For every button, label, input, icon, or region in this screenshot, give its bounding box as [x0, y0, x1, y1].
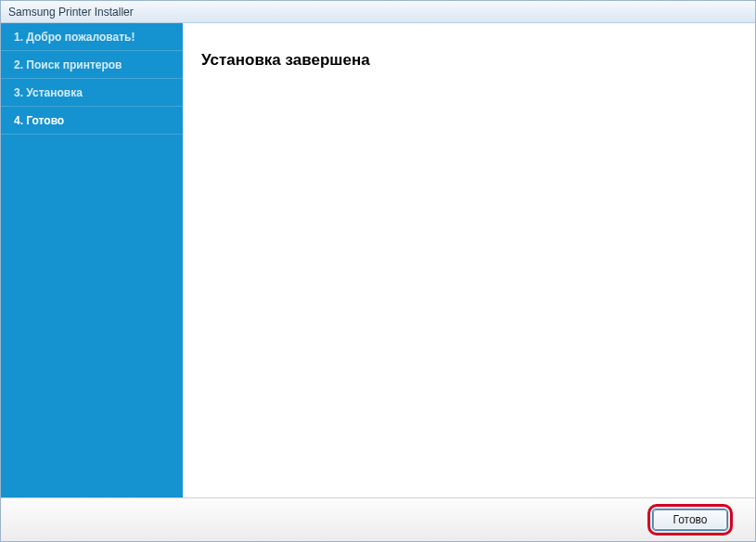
installer-window: Samsung Printer Installer 1. Добро пожал… [0, 0, 756, 542]
titlebar[interactable]: Samsung Printer Installer [1, 1, 755, 23]
sidebar-step-install: 3. Установка [1, 79, 183, 107]
sidebar-step-search-printers: 2. Поиск принтеров [1, 51, 183, 79]
main-panel: Установка завершена [183, 23, 755, 497]
sidebar-item-label: 2. Поиск принтеров [14, 58, 122, 71]
footer-bar: Готово [1, 498, 755, 541]
content-area: 1. Добро пожаловать! 2. Поиск принтеров … [1, 23, 755, 498]
sidebar-item-label: 3. Установка [14, 86, 83, 99]
highlight-annotation: Готово [647, 504, 733, 536]
wizard-steps-sidebar: 1. Добро пожаловать! 2. Поиск принтеров … [1, 23, 183, 497]
window-title: Samsung Printer Installer [8, 6, 134, 19]
sidebar-item-label: 4. Готово [14, 114, 64, 127]
sidebar-item-label: 1. Добро пожаловать! [14, 31, 135, 44]
page-heading: Установка завершена [201, 51, 737, 70]
finish-button[interactable]: Готово [653, 510, 727, 530]
sidebar-step-finish: 4. Готово [1, 107, 183, 135]
sidebar-step-welcome: 1. Добро пожаловать! [1, 23, 183, 51]
